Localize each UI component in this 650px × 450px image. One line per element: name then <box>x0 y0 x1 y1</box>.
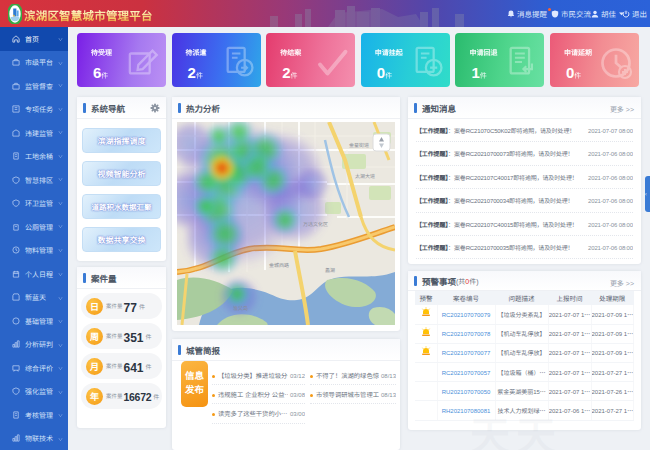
svg-text:太湖大道: 太湖大道 <box>355 172 375 179</box>
svg-text:渔父岛: 渔父岛 <box>233 304 248 311</box>
svg-text:万达文化区: 万达文化区 <box>303 220 328 227</box>
svg-text:蠡湖: 蠡湖 <box>325 266 335 273</box>
svg-text:金城西路: 金城西路 <box>269 261 289 268</box>
svg-text:金星街道: 金星街道 <box>349 141 369 148</box>
